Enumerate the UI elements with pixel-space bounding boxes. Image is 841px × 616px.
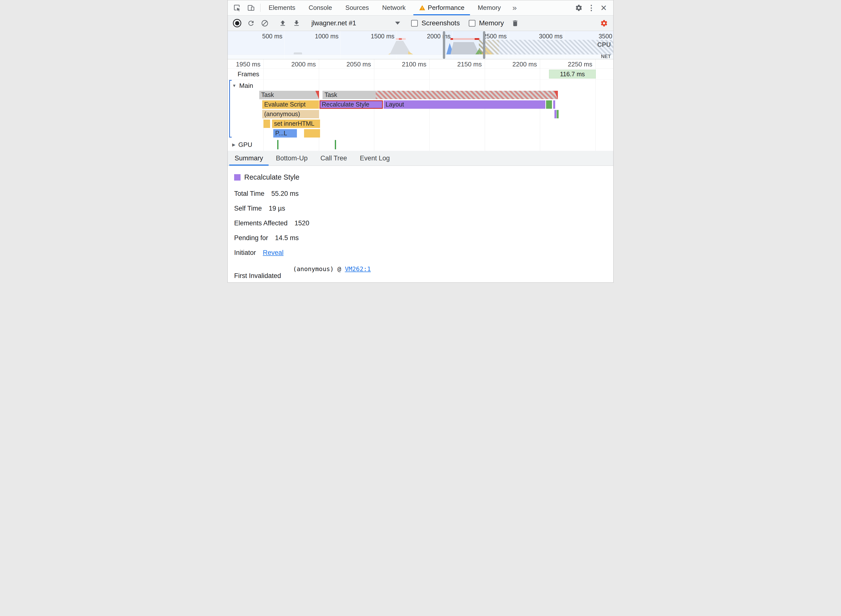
garbage-collect-button[interactable] xyxy=(509,17,522,29)
overview-time-label: 1500 ms xyxy=(370,33,394,40)
performance-toolbar: jlwagner.net #1 Screenshots Memory xyxy=(228,16,613,31)
summary-row-label: Self Time xyxy=(234,205,262,212)
gear-alert-icon xyxy=(600,19,608,27)
tab-label: Sources xyxy=(346,4,369,12)
tab-network[interactable]: Network xyxy=(375,0,412,15)
tab-elements[interactable]: Elements xyxy=(262,0,302,15)
settings-button[interactable] xyxy=(572,2,585,14)
summary-row: Initiator Reveal xyxy=(234,249,613,257)
flame-bar[interactable] xyxy=(263,120,270,128)
flame-bar[interactable] xyxy=(304,129,320,138)
ruler-time-label: 2100 ms xyxy=(399,60,426,68)
clear-recording-button[interactable] xyxy=(258,17,271,29)
collapse-icon: ▶ xyxy=(232,142,235,147)
gear-icon xyxy=(575,4,582,12)
memory-checkbox-row[interactable]: Memory xyxy=(469,19,504,27)
ruler-time-label: 2200 ms xyxy=(510,60,537,68)
tab-call-tree[interactable]: Call Tree xyxy=(314,151,354,166)
screenshots-checkbox[interactable] xyxy=(411,20,418,26)
initiator-reveal-link[interactable]: Reveal xyxy=(263,249,284,257)
flame-bar[interactable]: (anonymous) xyxy=(262,110,319,118)
ruler-time-label: 1950 ms xyxy=(234,60,260,68)
flame-bar[interactable] xyxy=(554,110,556,118)
gpu-track-label: GPU xyxy=(238,141,252,148)
stack-frame-source-link[interactable]: VM262:1 xyxy=(345,265,371,273)
flame-bar[interactable]: Recalculate Style xyxy=(319,100,383,109)
ruler-time-label: 2150 ms xyxy=(455,60,482,68)
download-icon xyxy=(293,19,300,27)
overview-time-label: 2500 ms xyxy=(482,33,507,40)
window-right-handle[interactable] xyxy=(483,31,485,59)
flame-bar[interactable]: Task xyxy=(259,91,319,99)
frame-duration-chip[interactable]: 116.7 ms xyxy=(549,70,596,78)
tab-memory[interactable]: Memory xyxy=(471,0,507,15)
flame-bar[interactable]: Evaluate Script xyxy=(262,100,319,109)
flame-bar[interactable] xyxy=(553,100,555,109)
load-profile-button[interactable] xyxy=(276,17,289,29)
devtools-tab-bar: Elements Console Sources Network Perform… xyxy=(228,0,613,16)
event-color-swatch xyxy=(234,174,241,180)
tab-label: Call Tree xyxy=(321,154,347,162)
overview-time-label: 1000 ms xyxy=(314,33,338,40)
ruler-time-label: 2250 ms xyxy=(565,60,593,68)
tab-summary[interactable]: Summary xyxy=(228,151,270,166)
summary-row: Elements Affected 1520 xyxy=(234,219,613,227)
warning-icon xyxy=(419,5,425,11)
save-profile-button[interactable] xyxy=(290,17,303,29)
flame-bar[interactable]: Layout xyxy=(384,100,545,109)
tab-console[interactable]: Console xyxy=(302,0,338,15)
tab-sources[interactable]: Sources xyxy=(339,0,375,15)
inspect-element-button[interactable] xyxy=(231,2,244,14)
frames-track-label: Frames xyxy=(238,70,259,78)
overview-time-label: 2000 ms xyxy=(426,33,451,40)
cpu-activity-shape xyxy=(451,42,479,54)
summary-row-value: 55.20 ms xyxy=(271,190,298,198)
kebab-icon: ⋮ xyxy=(588,4,595,12)
summary-row-label: Total Time xyxy=(234,190,265,198)
long-task-tick xyxy=(451,38,453,40)
overview-time-label: 3500 xyxy=(588,33,612,40)
screenshots-checkbox-row[interactable]: Screenshots xyxy=(411,19,460,27)
tab-label: Summary xyxy=(235,154,263,162)
gpu-activity-tick xyxy=(277,140,278,149)
recording-select[interactable]: jlwagner.net #1 xyxy=(312,19,400,27)
tab-bottom-up[interactable]: Bottom-Up xyxy=(270,151,314,166)
window-left-handle[interactable] xyxy=(443,31,445,59)
gpu-track-toggle[interactable]: ▶ GPU xyxy=(232,141,252,148)
capture-settings-button[interactable] xyxy=(597,17,610,29)
flame-bar[interactable] xyxy=(546,100,552,109)
tab-event-log[interactable]: Event Log xyxy=(354,151,396,166)
summary-row: Total Time 55.20 ms xyxy=(234,190,613,198)
event-legend: Recalculate Style xyxy=(234,173,613,181)
flame-bar-label: set innerHTML xyxy=(274,120,315,127)
summary-row-label: Pending for xyxy=(234,234,268,242)
device-toolbar-button[interactable] xyxy=(244,2,257,14)
flame-bar[interactable] xyxy=(557,110,559,118)
flame-chart[interactable]: TaskTaskEvaluate ScriptRecalculate Style… xyxy=(228,90,613,138)
timeline-overview[interactable]: 500 ms 1000 ms 1500 ms 2000 ms 2500 ms 3… xyxy=(228,31,613,59)
ruler-time-label: 2050 ms xyxy=(344,60,371,68)
tab-label: Memory xyxy=(478,4,501,12)
flame-bar-label: (anonymous) xyxy=(264,110,300,117)
flame-bar[interactable]: P...L xyxy=(273,129,297,138)
main-track-toggle[interactable]: ▼ Main xyxy=(232,82,253,89)
record-button[interactable] xyxy=(231,17,244,29)
tab-performance[interactable]: Performance xyxy=(412,0,471,15)
flame-bar-label: Task xyxy=(261,91,274,98)
reload-and-record-button[interactable] xyxy=(244,17,257,29)
inspect-icon xyxy=(234,4,241,12)
flame-bar[interactable]: set innerHTML xyxy=(272,120,320,128)
flame-bar-label: P...L xyxy=(275,130,287,136)
close-devtools-button[interactable]: × xyxy=(597,3,610,13)
memory-checkbox[interactable] xyxy=(469,20,475,26)
more-options-button[interactable]: ⋮ xyxy=(586,3,597,12)
summary-row: Self Time 19 µs xyxy=(234,205,613,212)
more-tabs-button[interactable]: » xyxy=(507,0,522,15)
overview-time-label: 500 ms xyxy=(258,33,282,40)
ruler-time-label: 2000 ms xyxy=(289,60,316,68)
upload-icon xyxy=(279,19,287,27)
flame-bar[interactable] xyxy=(376,91,558,99)
device-toolbar-icon xyxy=(247,4,254,12)
timeline-detail: 1950 ms 2000 ms 2050 ms 2100 ms 2150 ms … xyxy=(228,59,613,151)
summary-row-label: Initiator xyxy=(234,249,256,257)
